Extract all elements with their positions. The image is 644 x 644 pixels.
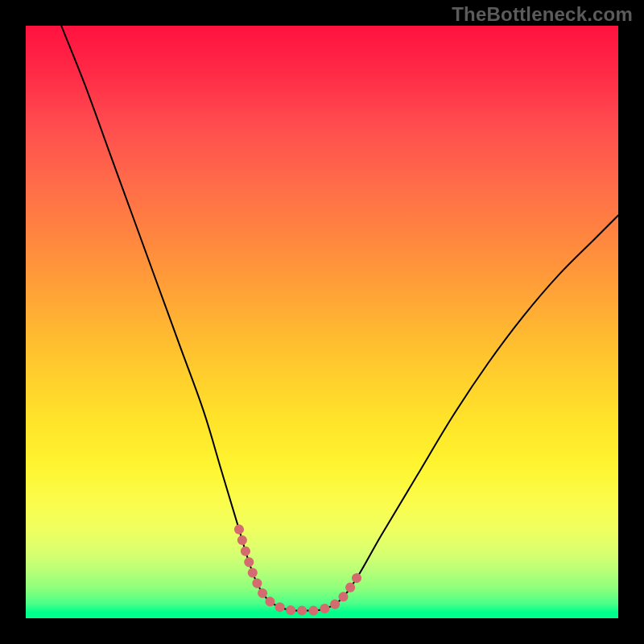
watermark-text: TheBottleneck.com <box>452 3 633 26</box>
bottleneck-curve-path <box>61 26 618 611</box>
plot-area <box>26 26 618 618</box>
chart-frame: TheBottleneck.com <box>0 0 644 644</box>
valley-highlight-path <box>239 530 357 611</box>
curve-svg <box>26 26 618 618</box>
